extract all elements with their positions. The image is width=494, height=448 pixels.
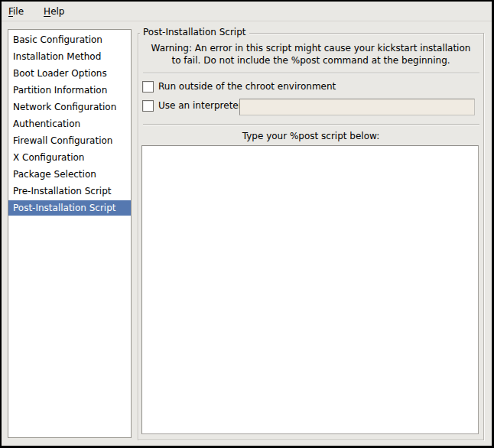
chroot-checkbox[interactable]: [142, 81, 154, 93]
sidebar-item-basic-configuration[interactable]: Basic Configuration: [8, 32, 131, 47]
script-area-label: Type your %post script below:: [138, 130, 484, 142]
category-list: Basic Configuration Installation Method …: [8, 29, 132, 438]
sidebar-item-network-configuration[interactable]: Network Configuration: [8, 99, 131, 115]
menu-help-label: elp: [50, 6, 64, 17]
sidebar-item-installation-method[interactable]: Installation Method: [8, 49, 131, 64]
sidebar-item-post-installation-script[interactable]: Post-Installation Script: [8, 200, 131, 216]
interpreter-entry[interactable]: [239, 99, 475, 115]
warning-line-2: to fail. Do not include the %post comman…: [138, 54, 483, 67]
sidebar-item-pre-installation-script[interactable]: Pre-Installation Script: [8, 183, 131, 199]
interpreter-checkbox[interactable]: [142, 100, 154, 112]
kickstart-configurator-window: File Help Basic Configuration Installati…: [0, 0, 494, 448]
sidebar-item-x-configuration[interactable]: X Configuration: [8, 150, 131, 165]
post-script-textarea[interactable]: [141, 145, 479, 434]
warning-text: Warning: An error in this script might c…: [138, 42, 483, 67]
sidebar-item-authentication[interactable]: Authentication: [8, 116, 131, 131]
menubar: File Help: [2, 2, 492, 21]
interpreter-checkbox-label[interactable]: Use an interpreter:: [158, 99, 245, 112]
menu-file[interactable]: File: [2, 3, 34, 20]
frame-title: Post-Installation Script: [140, 27, 249, 38]
chroot-checkbox-label[interactable]: Run outside of the chroot environment: [158, 80, 336, 93]
menu-help-mnemonic: H: [44, 6, 50, 17]
warning-line-1: Warning: An error in this script might c…: [138, 42, 483, 54]
separator-middle: [143, 124, 479, 125]
sidebar-item-package-selection[interactable]: Package Selection: [8, 167, 131, 182]
menu-file-label: ile: [13, 6, 24, 17]
sidebar-item-firewall-configuration[interactable]: Firewall Configuration: [8, 133, 131, 148]
sidebar-item-boot-loader-options[interactable]: Boot Loader Options: [8, 66, 131, 81]
separator-top: [143, 73, 479, 74]
sidebar-item-partition-information[interactable]: Partition Information: [8, 83, 131, 98]
menu-help[interactable]: Help: [34, 3, 74, 20]
